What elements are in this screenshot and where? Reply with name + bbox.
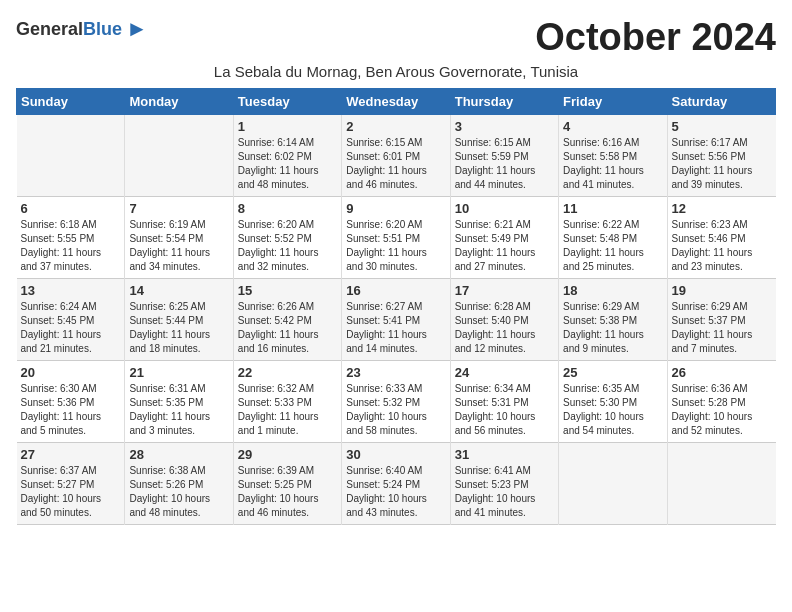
calendar-week-1: 1Sunrise: 6:14 AM Sunset: 6:02 PM Daylig… — [17, 115, 776, 197]
day-number: 16 — [346, 283, 445, 298]
day-number: 12 — [672, 201, 772, 216]
day-number: 30 — [346, 447, 445, 462]
cell-info: Sunrise: 6:20 AM Sunset: 5:51 PM Dayligh… — [346, 218, 445, 274]
cell-info: Sunrise: 6:40 AM Sunset: 5:24 PM Dayligh… — [346, 464, 445, 520]
column-header-saturday: Saturday — [667, 89, 775, 115]
calendar-cell: 7Sunrise: 6:19 AM Sunset: 5:54 PM Daylig… — [125, 197, 233, 279]
column-header-tuesday: Tuesday — [233, 89, 341, 115]
cell-info: Sunrise: 6:38 AM Sunset: 5:26 PM Dayligh… — [129, 464, 228, 520]
day-number: 23 — [346, 365, 445, 380]
day-number: 8 — [238, 201, 337, 216]
calendar-cell — [559, 443, 667, 525]
calendar-cell — [667, 443, 775, 525]
cell-info: Sunrise: 6:24 AM Sunset: 5:45 PM Dayligh… — [21, 300, 121, 356]
day-number: 1 — [238, 119, 337, 134]
day-number: 3 — [455, 119, 554, 134]
calendar-cell — [17, 115, 125, 197]
location-subtitle: La Sebala du Mornag, Ben Arous Governora… — [16, 63, 776, 80]
calendar-cell: 23Sunrise: 6:33 AM Sunset: 5:32 PM Dayli… — [342, 361, 450, 443]
cell-info: Sunrise: 6:27 AM Sunset: 5:41 PM Dayligh… — [346, 300, 445, 356]
cell-info: Sunrise: 6:18 AM Sunset: 5:55 PM Dayligh… — [21, 218, 121, 274]
calendar-cell: 16Sunrise: 6:27 AM Sunset: 5:41 PM Dayli… — [342, 279, 450, 361]
calendar-cell: 29Sunrise: 6:39 AM Sunset: 5:25 PM Dayli… — [233, 443, 341, 525]
calendar-cell: 1Sunrise: 6:14 AM Sunset: 6:02 PM Daylig… — [233, 115, 341, 197]
cell-info: Sunrise: 6:15 AM Sunset: 5:59 PM Dayligh… — [455, 136, 554, 192]
calendar-cell: 2Sunrise: 6:15 AM Sunset: 6:01 PM Daylig… — [342, 115, 450, 197]
column-header-friday: Friday — [559, 89, 667, 115]
day-number: 4 — [563, 119, 662, 134]
calendar-table: SundayMondayTuesdayWednesdayThursdayFrid… — [16, 88, 776, 525]
calendar-cell: 6Sunrise: 6:18 AM Sunset: 5:55 PM Daylig… — [17, 197, 125, 279]
cell-info: Sunrise: 6:20 AM Sunset: 5:52 PM Dayligh… — [238, 218, 337, 274]
calendar-week-4: 20Sunrise: 6:30 AM Sunset: 5:36 PM Dayli… — [17, 361, 776, 443]
column-header-monday: Monday — [125, 89, 233, 115]
cell-info: Sunrise: 6:16 AM Sunset: 5:58 PM Dayligh… — [563, 136, 662, 192]
column-header-sunday: Sunday — [17, 89, 125, 115]
logo-general: General — [16, 19, 83, 39]
calendar-cell: 10Sunrise: 6:21 AM Sunset: 5:49 PM Dayli… — [450, 197, 558, 279]
cell-info: Sunrise: 6:32 AM Sunset: 5:33 PM Dayligh… — [238, 382, 337, 438]
column-header-thursday: Thursday — [450, 89, 558, 115]
day-number: 17 — [455, 283, 554, 298]
logo-bird-icon: ► — [126, 16, 148, 42]
calendar-cell: 27Sunrise: 6:37 AM Sunset: 5:27 PM Dayli… — [17, 443, 125, 525]
calendar-cell: 28Sunrise: 6:38 AM Sunset: 5:26 PM Dayli… — [125, 443, 233, 525]
day-number: 31 — [455, 447, 554, 462]
calendar-cell: 14Sunrise: 6:25 AM Sunset: 5:44 PM Dayli… — [125, 279, 233, 361]
cell-info: Sunrise: 6:36 AM Sunset: 5:28 PM Dayligh… — [672, 382, 772, 438]
column-header-wednesday: Wednesday — [342, 89, 450, 115]
day-number: 5 — [672, 119, 772, 134]
cell-info: Sunrise: 6:14 AM Sunset: 6:02 PM Dayligh… — [238, 136, 337, 192]
calendar-cell: 21Sunrise: 6:31 AM Sunset: 5:35 PM Dayli… — [125, 361, 233, 443]
calendar-cell: 18Sunrise: 6:29 AM Sunset: 5:38 PM Dayli… — [559, 279, 667, 361]
cell-info: Sunrise: 6:31 AM Sunset: 5:35 PM Dayligh… — [129, 382, 228, 438]
calendar-cell: 8Sunrise: 6:20 AM Sunset: 5:52 PM Daylig… — [233, 197, 341, 279]
cell-info: Sunrise: 6:17 AM Sunset: 5:56 PM Dayligh… — [672, 136, 772, 192]
calendar-cell: 9Sunrise: 6:20 AM Sunset: 5:51 PM Daylig… — [342, 197, 450, 279]
cell-info: Sunrise: 6:22 AM Sunset: 5:48 PM Dayligh… — [563, 218, 662, 274]
day-number: 19 — [672, 283, 772, 298]
cell-info: Sunrise: 6:25 AM Sunset: 5:44 PM Dayligh… — [129, 300, 228, 356]
cell-info: Sunrise: 6:21 AM Sunset: 5:49 PM Dayligh… — [455, 218, 554, 274]
day-number: 2 — [346, 119, 445, 134]
calendar-cell: 31Sunrise: 6:41 AM Sunset: 5:23 PM Dayli… — [450, 443, 558, 525]
calendar-cell: 24Sunrise: 6:34 AM Sunset: 5:31 PM Dayli… — [450, 361, 558, 443]
calendar-cell: 17Sunrise: 6:28 AM Sunset: 5:40 PM Dayli… — [450, 279, 558, 361]
month-title: October 2024 — [535, 16, 776, 59]
cell-info: Sunrise: 6:29 AM Sunset: 5:38 PM Dayligh… — [563, 300, 662, 356]
day-number: 24 — [455, 365, 554, 380]
calendar-week-5: 27Sunrise: 6:37 AM Sunset: 5:27 PM Dayli… — [17, 443, 776, 525]
day-number: 21 — [129, 365, 228, 380]
page-header: GeneralBlue ► October 2024 — [16, 16, 776, 59]
cell-info: Sunrise: 6:28 AM Sunset: 5:40 PM Dayligh… — [455, 300, 554, 356]
calendar-cell: 12Sunrise: 6:23 AM Sunset: 5:46 PM Dayli… — [667, 197, 775, 279]
day-number: 9 — [346, 201, 445, 216]
calendar-cell: 5Sunrise: 6:17 AM Sunset: 5:56 PM Daylig… — [667, 115, 775, 197]
cell-info: Sunrise: 6:19 AM Sunset: 5:54 PM Dayligh… — [129, 218, 228, 274]
calendar-cell: 13Sunrise: 6:24 AM Sunset: 5:45 PM Dayli… — [17, 279, 125, 361]
calendar-cell: 4Sunrise: 6:16 AM Sunset: 5:58 PM Daylig… — [559, 115, 667, 197]
calendar-cell: 26Sunrise: 6:36 AM Sunset: 5:28 PM Dayli… — [667, 361, 775, 443]
calendar-cell: 11Sunrise: 6:22 AM Sunset: 5:48 PM Dayli… — [559, 197, 667, 279]
day-number: 6 — [21, 201, 121, 216]
cell-info: Sunrise: 6:29 AM Sunset: 5:37 PM Dayligh… — [672, 300, 772, 356]
day-number: 25 — [563, 365, 662, 380]
calendar-cell: 22Sunrise: 6:32 AM Sunset: 5:33 PM Dayli… — [233, 361, 341, 443]
cell-info: Sunrise: 6:35 AM Sunset: 5:30 PM Dayligh… — [563, 382, 662, 438]
calendar-cell: 3Sunrise: 6:15 AM Sunset: 5:59 PM Daylig… — [450, 115, 558, 197]
cell-info: Sunrise: 6:30 AM Sunset: 5:36 PM Dayligh… — [21, 382, 121, 438]
day-number: 18 — [563, 283, 662, 298]
calendar-header-row: SundayMondayTuesdayWednesdayThursdayFrid… — [17, 89, 776, 115]
day-number: 15 — [238, 283, 337, 298]
day-number: 27 — [21, 447, 121, 462]
day-number: 20 — [21, 365, 121, 380]
logo: GeneralBlue ► — [16, 16, 148, 42]
cell-info: Sunrise: 6:39 AM Sunset: 5:25 PM Dayligh… — [238, 464, 337, 520]
cell-info: Sunrise: 6:26 AM Sunset: 5:42 PM Dayligh… — [238, 300, 337, 356]
cell-info: Sunrise: 6:15 AM Sunset: 6:01 PM Dayligh… — [346, 136, 445, 192]
logo-blue: Blue — [83, 19, 122, 39]
day-number: 29 — [238, 447, 337, 462]
calendar-cell: 15Sunrise: 6:26 AM Sunset: 5:42 PM Dayli… — [233, 279, 341, 361]
day-number: 13 — [21, 283, 121, 298]
calendar-cell: 20Sunrise: 6:30 AM Sunset: 5:36 PM Dayli… — [17, 361, 125, 443]
